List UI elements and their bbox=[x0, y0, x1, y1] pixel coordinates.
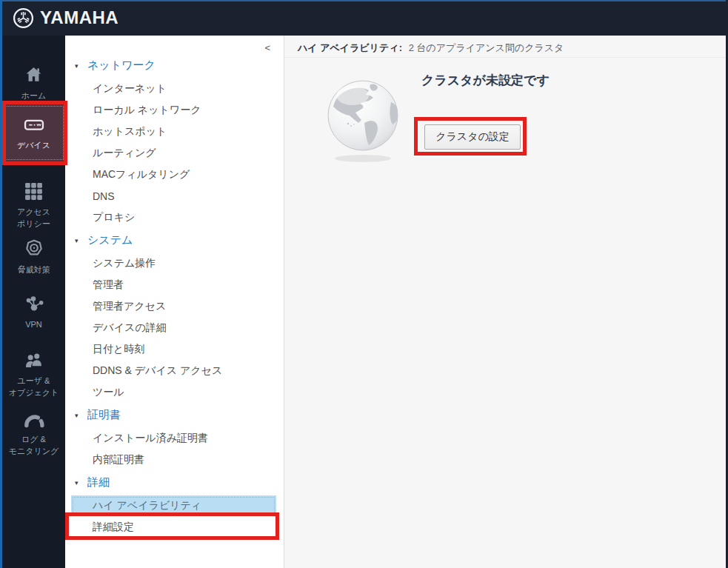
triangle-down-icon: ▾ bbox=[75, 479, 87, 487]
menu-item[interactable]: インターネット bbox=[71, 78, 276, 98]
sidebar-item-logs-monitoring[interactable]: ログ & モニタリング bbox=[2, 407, 65, 461]
menu-item-label: ローカル ネットワーク bbox=[93, 104, 201, 117]
menu-item[interactable]: システム操作 bbox=[71, 253, 276, 273]
grid-icon bbox=[24, 181, 44, 201]
menu-item-label: ルーティング bbox=[93, 147, 156, 160]
sidebar: ホーム デバイス アクセス ポリシー 脅威対策 bbox=[0, 36, 65, 568]
menu-item[interactable]: DDNS & デバイス アクセス bbox=[71, 361, 276, 381]
sidebar-item-device[interactable]: デバイス bbox=[2, 104, 65, 161]
device-icon bbox=[22, 115, 46, 135]
menu-item[interactable]: ローカル ネットワーク bbox=[71, 100, 276, 120]
menu-section-title: ネットワーク bbox=[87, 59, 156, 73]
menu-item-label: 管理者アクセス bbox=[93, 300, 166, 313]
menu-section-title: 証明書 bbox=[87, 408, 121, 422]
menu-item-label: システム操作 bbox=[93, 257, 156, 270]
menu-item[interactable]: MACフィルタリング bbox=[71, 164, 276, 184]
yamaha-logo: YAMAHA bbox=[12, 0, 118, 36]
menu-section-title: 詳細 bbox=[87, 475, 110, 490]
sidebar-item-label: ユーザ & オブジェクト bbox=[9, 375, 59, 399]
menu-item-label: 内部証明書 bbox=[93, 453, 144, 467]
sidebar-item-home[interactable]: ホーム bbox=[2, 63, 65, 104]
sidebar-item-users-objects[interactable]: ユーザ & オブジェクト bbox=[2, 348, 65, 401]
menu-list: ▾ ネットワーク インターネット ローカル ネットワーク ホットスポット ルーテ… bbox=[65, 54, 284, 538]
page-title-bold: ハイ アベイラビリティ: bbox=[298, 42, 402, 53]
gauge-icon bbox=[23, 411, 45, 429]
yamaha-tuning-fork-icon bbox=[12, 7, 35, 30]
sidebar-item-vpn[interactable]: VPN bbox=[2, 293, 65, 332]
menu-section-header[interactable]: ▾ 証明書 bbox=[65, 404, 284, 427]
menu-section-title: システム bbox=[87, 233, 133, 247]
sidebar-item-label: アクセス ポリシー bbox=[17, 207, 50, 230]
menu-item-label: インターネット bbox=[93, 82, 167, 96]
menu-item-label: ハイ アベイラビリティ bbox=[93, 499, 201, 512]
collapse-menu-button[interactable]: < bbox=[261, 41, 273, 55]
triangle-down-icon: ▾ bbox=[75, 62, 87, 70]
menu-item[interactable]: 管理者アクセス bbox=[71, 296, 276, 316]
page-title-rest: 2 台のアプライアンス間のクラスタ bbox=[409, 42, 564, 53]
empty-state-heading: クラスタが未設定です bbox=[421, 72, 550, 89]
sidebar-item-label: VPN bbox=[25, 319, 42, 331]
triangle-down-icon: ▾ bbox=[75, 412, 87, 419]
topbar: YAMAHA bbox=[0, 0, 728, 36]
menu-item-label: DNS bbox=[93, 190, 115, 202]
menu-item-label: MACフィルタリング bbox=[93, 168, 190, 181]
menu-item[interactable]: 詳細設定 bbox=[71, 517, 276, 537]
sidebar-item-label: ホーム bbox=[21, 90, 47, 102]
menu-item-label: DDNS & デバイス アクセス bbox=[93, 364, 222, 378]
page-title: ハイ アベイラビリティ: 2 台のアプライアンス間のクラスタ bbox=[284, 36, 726, 58]
menu-section-header[interactable]: ▾ 詳細 bbox=[65, 471, 284, 494]
users-icon bbox=[23, 351, 45, 370]
brand-name: YAMAHA bbox=[40, 7, 118, 28]
menu-item-label: プロキシ bbox=[93, 211, 135, 224]
menu-item[interactable]: ツール bbox=[71, 382, 276, 402]
sidebar-item-label: ログ & モニタリング bbox=[9, 434, 59, 458]
sidebar-item-threat-protection[interactable]: 脅威対策 bbox=[2, 234, 65, 280]
menu-item-label: デバイスの詳細 bbox=[93, 321, 167, 335]
menu-item-label: ツール bbox=[93, 386, 124, 399]
sidebar-item-label: デバイス bbox=[17, 140, 50, 152]
menu-item[interactable]: DNS bbox=[71, 186, 276, 206]
menu-item[interactable]: ルーティング bbox=[71, 143, 276, 163]
home-icon bbox=[24, 65, 44, 85]
menu-section-header[interactable]: ▾ ネットワーク bbox=[65, 54, 284, 77]
globe-graphic bbox=[326, 77, 403, 164]
menu-item-label: インストール済み証明書 bbox=[93, 432, 208, 445]
sidebar-item-label: 脅威対策 bbox=[18, 264, 50, 276]
menu-item-label: 詳細設定 bbox=[93, 521, 134, 534]
menu-item-label: 管理者 bbox=[93, 278, 124, 292]
vpn-icon bbox=[23, 295, 45, 314]
menu-item[interactable]: 内部証明書 bbox=[71, 450, 276, 470]
menu-item[interactable]: デバイスの詳細 bbox=[71, 318, 276, 338]
shield-icon bbox=[24, 238, 44, 259]
accent-left-line bbox=[0, 0, 2, 568]
menu-item[interactable]: ハイ アベイラビリティ bbox=[71, 495, 276, 515]
menu-item[interactable]: ホットスポット bbox=[71, 121, 276, 141]
accent-top-line bbox=[0, 0, 728, 1]
menu-item[interactable]: 日付と時刻 bbox=[71, 339, 276, 359]
menu-item-label: ホットスポット bbox=[93, 125, 167, 138]
menu-item[interactable]: インストール済み証明書 bbox=[71, 428, 276, 448]
menu-panel: < ▾ ネットワーク インターネット ローカル ネットワーク ホットスポット ル… bbox=[65, 36, 284, 568]
menu-item[interactable]: プロキシ bbox=[71, 207, 276, 227]
menu-section-header[interactable]: ▾ システム bbox=[65, 229, 284, 252]
menu-item[interactable]: 管理者 bbox=[71, 275, 276, 295]
configure-cluster-button[interactable]: クラスタの設定 bbox=[424, 124, 521, 150]
menu-item-label: 日付と時刻 bbox=[93, 343, 144, 356]
sidebar-item-access-policy[interactable]: アクセス ポリシー bbox=[2, 176, 65, 235]
main-content: ハイ アベイラビリティ: 2 台のアプライアンス間のクラスタ bbox=[284, 36, 728, 568]
triangle-down-icon: ▾ bbox=[75, 237, 87, 244]
